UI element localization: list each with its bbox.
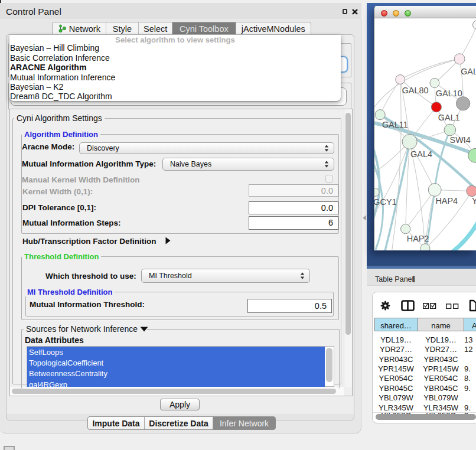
svg-text:HAP2: HAP2 [407, 234, 429, 243]
svg-text:HAP4: HAP4 [435, 196, 458, 206]
svg-text:GAL1: GAL1 [438, 113, 460, 122]
svg-text:GAL11: GAL11 [382, 120, 408, 129]
svg-text:GAL4: GAL4 [410, 149, 432, 159]
svg-text:SWI4: SWI4 [450, 135, 471, 145]
svg-text:Y: Y [472, 196, 476, 206]
svg-text:GCY1: GCY1 [374, 197, 397, 207]
svg-text:GAL80: GAL80 [402, 86, 429, 95]
svg-text:GAL7: GAL7 [461, 67, 476, 76]
svg-text:GAL10: GAL10 [436, 89, 462, 98]
